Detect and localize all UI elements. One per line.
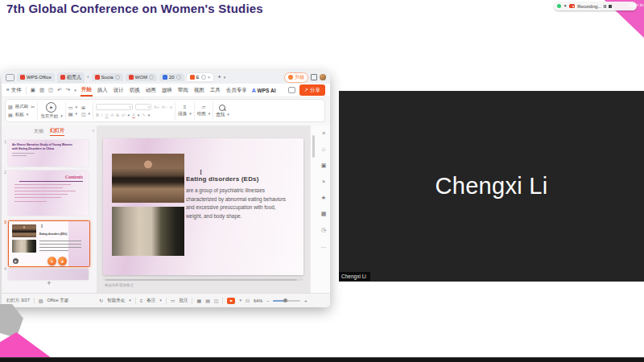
zoom-slider[interactable] — [273, 300, 300, 302]
tab-scroll-left-icon[interactable]: ‹ — [87, 74, 89, 80]
increase-font-icon[interactable]: A+ — [154, 105, 159, 109]
ai-beautify-button[interactable]: ✎ — [47, 257, 56, 265]
notes-button[interactable]: 备注 — [147, 298, 155, 303]
comment-button[interactable]: 批注 — [179, 298, 188, 303]
menu-membership[interactable]: 会员专享 — [225, 85, 248, 96]
extension-icon[interactable]: ✦ — [564, 4, 567, 8]
font-color-button[interactable]: A — [132, 113, 135, 118]
message-icon[interactable] — [288, 87, 295, 93]
menu-slideshow[interactable]: 放映 — [161, 85, 173, 96]
menu-view[interactable]: 视图 — [193, 85, 205, 96]
italic-button[interactable]: I — [101, 113, 103, 117]
theme-label[interactable]: Office 主题 — [47, 298, 68, 303]
notes-placeholder[interactable]: 单击此处添加备注 — [105, 283, 134, 287]
file-menu[interactable]: ≡ 文件 — [6, 87, 22, 94]
slide-photo-torso[interactable] — [112, 207, 184, 256]
new-slide-button[interactable]: ▭▾ — [68, 105, 77, 110]
slide-photo-weighing-scale[interactable] — [112, 154, 184, 203]
tab-slides[interactable]: 幻灯片 — [50, 127, 64, 136]
stop-button[interactable] — [609, 5, 612, 8]
menu-tools[interactable]: 工具 — [209, 85, 221, 96]
home-icon[interactable] — [6, 74, 14, 81]
history-icon[interactable]: ◷ — [319, 227, 328, 232]
fullscreen-icon[interactable]: ⊡ — [246, 298, 250, 303]
pause-button[interactable] — [604, 5, 606, 8]
zoom-out-button[interactable]: − — [266, 298, 269, 303]
decrease-font-icon[interactable]: A− — [162, 105, 167, 109]
image-tools-icon[interactable]: ▦ — [319, 211, 328, 216]
share-button[interactable]: ↗ 分享 — [299, 84, 325, 96]
menu-review[interactable]: 审阅 — [177, 85, 189, 96]
tab-doc-2[interactable]: WOM — [126, 73, 157, 81]
zoom-in-button[interactable]: + — [304, 298, 307, 303]
play-from-current-button[interactable]: ▶ 当页开始▾ — [40, 102, 63, 120]
slide-body-text[interactable]: are a group of psychiatric illnesses cha… — [186, 187, 286, 220]
find-button[interactable]: 查找▾ — [216, 104, 229, 118]
slide-thumbnail-2[interactable]: Contents — [8, 171, 89, 216]
strikethrough-button[interactable]: S — [116, 113, 119, 117]
effects-icon[interactable]: ★ — [319, 195, 328, 200]
user-avatar[interactable] — [320, 74, 326, 80]
more-icon[interactable]: … — [319, 243, 328, 249]
menu-animation[interactable]: 动画 — [145, 85, 157, 96]
highlight-button[interactable]: ✎ — [142, 113, 146, 117]
menu-home[interactable]: 开始 — [80, 84, 93, 97]
undo-icon[interactable]: ↶ — [57, 88, 61, 93]
section-button[interactable]: ▤▾ — [68, 112, 77, 117]
sign-in-link[interactable]: Sign in — [629, 2, 644, 7]
format-painter-button[interactable]: ▨ 格式刷 ✂ — [8, 104, 35, 109]
redo-icon[interactable]: ↷ — [66, 88, 70, 93]
slide-title[interactable]: Eating disorders (EDs) — [186, 175, 259, 183]
properties-icon[interactable]: ≡ — [319, 130, 328, 136]
shadow-button[interactable]: A — [111, 113, 114, 117]
clear-format-icon[interactable]: ⌀ — [170, 105, 172, 109]
reading-view-icon[interactable]: ◫ — [214, 298, 219, 303]
layout-button[interactable]: ⊞ — [81, 105, 90, 110]
menu-insert[interactable]: 插入 — [97, 85, 109, 96]
ai-assistant-button[interactable]: ★ — [58, 257, 67, 265]
tab-doc-1[interactable]: Socia — [92, 73, 123, 81]
superscript-button[interactable]: x² — [122, 113, 126, 117]
tab-docer[interactable]: 稻壳儿 — [57, 72, 85, 83]
font-size-select[interactable]: ▾ — [135, 104, 151, 110]
save-icon[interactable]: ▣ — [31, 88, 35, 93]
chevron-down-icon[interactable]: ▾ — [224, 76, 226, 80]
bold-button[interactable]: B — [96, 113, 99, 117]
add-slide-button[interactable]: + — [2, 279, 97, 287]
paragraph-button[interactable]: ≡ 段落▾ — [178, 105, 192, 117]
collapse-panel-icon[interactable]: ‹ — [93, 128, 94, 134]
participant-video-tile[interactable]: Chengxi Li Chengxi Li — [339, 91, 644, 282]
paste-button[interactable]: ▤ 粘贴 ▾ — [8, 112, 35, 117]
play-slide-icon[interactable]: ▶ — [13, 258, 19, 264]
slideshow-play-button[interactable]: ▶ — [227, 298, 235, 304]
tab-wps-office[interactable]: WPS Office — [17, 73, 55, 81]
underline-button[interactable]: U — [105, 113, 109, 117]
normal-view-icon[interactable]: ▦ — [196, 298, 201, 303]
drawing-button[interactable]: ▱ 绘图▾ — [197, 105, 211, 117]
chevron-down-icon[interactable]: ▾ — [74, 88, 76, 93]
slide-thumbnail-4[interactable] — [8, 269, 89, 280]
sorter-view-icon[interactable]: ▤ — [205, 298, 210, 303]
cut-icon[interactable]: ✂ — [31, 105, 35, 109]
reset-button[interactable]: ◫▾ — [81, 112, 90, 117]
upgrade-button[interactable]: ↑ 升级 — [284, 72, 308, 83]
smart-beautify-button[interactable]: 智能美化 — [107, 298, 125, 303]
tab-doc-3[interactable]: 20 — [159, 73, 184, 81]
close-tools-icon[interactable]: × — [319, 179, 328, 184]
vertical-scrollbar[interactable] — [312, 135, 315, 158]
print-icon[interactable]: ▥ — [39, 88, 44, 93]
slide-thumbnail-1[interactable]: An Illness Narrative Study of Young Wome… — [8, 140, 89, 167]
close-tab-icon[interactable]: × — [208, 75, 211, 80]
current-slide[interactable]: I Eating disorders (EDs) are a group of … — [103, 138, 303, 275]
clipboard-icon[interactable]: ▣ — [319, 162, 328, 168]
star-icon[interactable]: ☆ — [319, 146, 328, 152]
menu-design[interactable]: 设计 — [113, 85, 125, 96]
tab-doc-active[interactable]: E × — [187, 73, 214, 81]
font-family-select[interactable]: ▾ — [96, 104, 133, 110]
preview-icon[interactable]: ◫ — [48, 88, 53, 93]
new-tab-button[interactable]: + — [217, 74, 221, 80]
menu-wps-ai[interactable]: A WPS AI — [252, 88, 276, 93]
horizontal-scrollbar[interactable] — [103, 278, 303, 281]
restore-window-icon[interactable] — [311, 74, 317, 80]
menu-transition[interactable]: 切换 — [129, 85, 141, 96]
